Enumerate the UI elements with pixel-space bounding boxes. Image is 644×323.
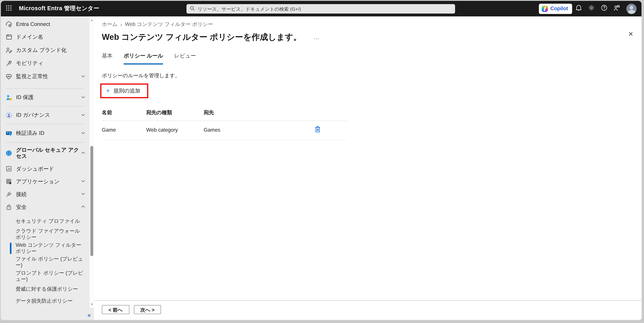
chevron-down-icon (79, 112, 86, 118)
sidebar-item-label: モビリティ (16, 60, 86, 67)
app-launcher-button[interactable] (1, 1, 16, 17)
sidebar-item-web-content-filter-policy[interactable]: Web コンテンツ フィルター ポリシー (1, 241, 90, 255)
chevron-down-icon (79, 130, 86, 136)
sidebar-item-global-secure-access[interactable]: グローバル セキュア アクセス (1, 144, 90, 162)
sidebar-item-label: ID 保護 (16, 94, 79, 101)
breadcrumb: ホーム › Web コンテンツ フィルター ポリシー (102, 21, 635, 28)
sidebar-item-id-governance[interactable]: ID ガバナンス (1, 107, 90, 124)
previous-button[interactable]: < 前へ (102, 305, 129, 314)
tab-review[interactable]: レビュー (174, 52, 196, 65)
settings-button[interactable] (585, 1, 598, 17)
page-title: Web コンテンツ フィルター ポリシーを作成します。 (102, 32, 302, 43)
heart-pulse-icon (5, 73, 12, 80)
sidebar-item-domain-names[interactable]: ドメイン名 (1, 31, 90, 44)
main-content: ホーム › Web コンテンツ フィルター ポリシー Web コンテンツ フィル… (94, 17, 642, 320)
chevron-up-icon (79, 150, 86, 156)
tab-basics[interactable]: 基本 (102, 52, 112, 65)
feedback-icon (613, 4, 620, 13)
trash-icon (315, 126, 321, 134)
more-options-button[interactable]: … (314, 35, 320, 39)
search-icon (190, 5, 195, 13)
verified-id-icon (5, 130, 12, 137)
scrollbar-down-arrow[interactable]: ▼ (90, 302, 94, 306)
breadcrumb-separator-icon: › (120, 22, 122, 27)
sidebar-item-applications[interactable]: アプリケーション (1, 175, 90, 188)
waffle-icon (6, 5, 12, 13)
person-edit-icon (5, 47, 12, 54)
sidebar-item-label: 監視と正常性 (16, 73, 79, 80)
chevron-down-icon (79, 191, 86, 197)
tab-policy-rules[interactable]: ポリシー ルール (124, 52, 163, 65)
sidebar-item-label: ID ガバナンス (16, 111, 79, 119)
sidebar-item-label: グローバル セキュア アクセス (16, 147, 79, 159)
breadcrumb-home[interactable]: ホーム (102, 21, 118, 28)
copilot-button[interactable]: Copilot (539, 4, 572, 14)
cell-destination: Games (204, 127, 315, 133)
table-header-row: 名前 宛先の種類 宛先 (102, 108, 347, 121)
sidebar-item-custom-branding[interactable]: カスタム ブランド化 (1, 44, 90, 57)
id-governance-icon (5, 112, 12, 119)
sidebar-nav: Entra Connect ドメイン名 (1, 17, 90, 307)
sidebar-item-verified-id[interactable]: 検証済み ID (1, 124, 90, 142)
scrollbar-thumb[interactable] (90, 146, 93, 256)
sidebar-item-mobility[interactable]: モビリティ (1, 57, 90, 70)
rules-table: 名前 宛先の種類 宛先 Game Web category Games (102, 108, 347, 140)
help-button[interactable] (598, 1, 610, 17)
copilot-icon (542, 6, 548, 12)
plus-icon: + (106, 88, 110, 94)
sidebar-item-dlp-policy[interactable]: データ損失防止ポリシー (1, 295, 90, 307)
sidebar-item-label: 検証済み ID (16, 129, 79, 137)
entra-connect-icon (5, 21, 12, 28)
notifications-button[interactable] (572, 1, 585, 17)
column-header-destination-type: 宛先の種類 (146, 109, 204, 116)
sidebar-divider (6, 142, 84, 143)
delete-rule-button[interactable] (315, 126, 321, 134)
breadcrumb-current[interactable]: Web コンテンツ フィルター ポリシー (125, 21, 213, 28)
feedback-button[interactable] (610, 1, 623, 17)
add-rule-label: 規則の追加 (114, 87, 140, 95)
next-button[interactable]: 次へ > (134, 305, 161, 314)
sidebar-item-dashboard[interactable]: ダッシュボード (1, 162, 90, 175)
search-input[interactable] (198, 6, 455, 11)
cell-destination-type: Web category (146, 127, 204, 133)
chevron-up-icon (79, 204, 86, 210)
sidebar-item-monitoring-health[interactable]: 監視と正常性 (1, 70, 90, 83)
plug-icon (5, 191, 12, 198)
topbar-actions: Copilot (539, 1, 639, 17)
cell-name: Game (102, 127, 146, 133)
wizard-footer: < 前へ 次へ > (94, 300, 642, 320)
sidebar: Entra Connect ドメイン名 (1, 17, 94, 320)
sidebar-item-security-profiles[interactable]: セキュリティ プロファイル (1, 215, 90, 227)
sidebar-item-label: Entra Connect (16, 21, 86, 27)
copilot-label: Copilot (550, 6, 568, 11)
help-icon (601, 5, 607, 13)
sidebar-collapse-button[interactable]: « (88, 312, 91, 318)
sidebar-item-secure[interactable]: 安全 (1, 201, 90, 213)
sidebar-item-label: アプリケーション (16, 178, 79, 185)
sidebar-scrollbar[interactable]: ▲ ▼ (90, 17, 94, 308)
sidebar-item-entra-connect[interactable]: Entra Connect (1, 17, 90, 31)
sidebar-item-cloud-firewall-policy[interactable]: クラウド ファイアウォール ポリシー (1, 227, 90, 241)
column-header-destination: 宛先 (204, 109, 315, 116)
sidebar-item-file-policy[interactable]: ファイル ポリシー (プレビュー) (1, 255, 90, 269)
lock-icon (5, 204, 12, 211)
sidebar-item-connect[interactable]: 接続 (1, 188, 90, 201)
sidebar-item-prompt-policy[interactable]: プロンプト ポリシー (プレビュー) (1, 269, 90, 283)
entra-admin-window: Microsoft Entra 管理センター Copilot (0, 0, 642, 321)
table-row: Game Web category Games (102, 121, 347, 140)
sidebar-item-label: ドメイン名 (16, 33, 86, 41)
sidebar-item-threat-protection-policy[interactable]: 脅威に対する保護ポリシー (1, 283, 90, 295)
scrollbar-up-arrow[interactable]: ▲ (90, 18, 94, 23)
mobility-icon (5, 60, 12, 67)
bell-icon (575, 5, 582, 13)
topbar: Microsoft Entra 管理センター Copilot (1, 1, 642, 17)
account-avatar[interactable] (626, 4, 636, 14)
id-protection-icon (5, 94, 12, 101)
add-rule-button[interactable]: + 規則の追加 (102, 85, 147, 97)
sidebar-item-id-protection[interactable]: ID 保護 (1, 89, 90, 106)
close-icon[interactable]: ✕ (628, 31, 633, 38)
app-title: Microsoft Entra 管理センター (19, 5, 100, 12)
chevron-down-icon (79, 94, 86, 101)
sidebar-item-label: カスタム ブランド化 (16, 47, 86, 54)
dashboard-icon (5, 165, 12, 172)
